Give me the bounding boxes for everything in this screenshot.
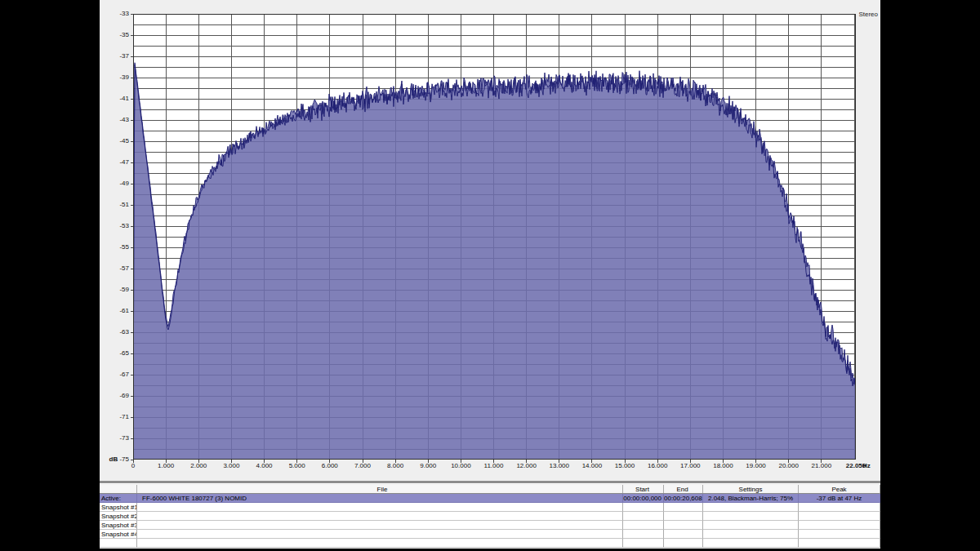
y-tick-label: -35 <box>100 32 129 38</box>
y-tick-label: -53 <box>100 223 129 229</box>
cell-settings <box>703 539 799 548</box>
y-tick-label: -41 <box>100 96 129 102</box>
y-tick-label: -55 <box>100 244 129 251</box>
spectrum-plot-area[interactable] <box>133 14 856 463</box>
y-tick-mark <box>131 438 133 439</box>
column-header-Start: Start <box>623 485 664 493</box>
column-header-label <box>100 485 137 493</box>
spectrum-plot[interactable] <box>133 14 856 463</box>
snapshot-row[interactable] <box>100 539 880 548</box>
cell-end: 00:00:20,608 <box>664 494 703 503</box>
y-tick-label: -71 <box>100 414 129 420</box>
y-tick-mark <box>131 353 133 354</box>
y-tick-mark <box>131 184 133 184</box>
x-axis-unit-label: Hz <box>862 462 871 469</box>
y-tick-label: -63 <box>100 329 129 335</box>
cell-start <box>623 530 664 539</box>
y-tick-label: -51 <box>100 202 129 208</box>
x-tick-label: 13.000 <box>550 462 569 469</box>
column-header-Settings: Settings <box>703 485 799 493</box>
snapshot-row[interactable]: Snapshot #1: <box>100 503 880 512</box>
cell-peak: -37 dB at 47 Hz <box>799 494 880 503</box>
cell-start <box>623 503 664 512</box>
y-tick-label: -45 <box>100 138 129 144</box>
y-tick-mark <box>131 375 133 375</box>
y-tick-mark <box>131 35 133 36</box>
cell-start: 00:00:00,000 <box>623 494 664 503</box>
snapshot-table: FileStartEndSettingsPeakActive:FF-6000 W… <box>100 485 880 548</box>
x-tick-label: 11.000 <box>484 462 504 469</box>
y-tick-label: -47 <box>100 159 129 166</box>
cell-lbl: Snapshot #3: <box>100 521 137 530</box>
y-tick-mark <box>131 332 133 333</box>
x-tick-label: 1.000 <box>158 462 174 469</box>
y-tick-label: -37 <box>100 53 129 60</box>
cell-file <box>137 539 623 548</box>
x-tick-label: 6.000 <box>322 462 338 469</box>
cell-end <box>664 503 703 512</box>
spectrum-analysis-window: -33-35-37-39-41-43-45-47-49-51-53-55-57-… <box>100 0 880 549</box>
y-tick-mark <box>131 417 133 418</box>
y-tick-mark <box>131 460 133 460</box>
x-tick-label: 8.000 <box>387 462 403 469</box>
cell-file: FF-6000 WHITE 180727 (3) NOMID <box>137 494 623 503</box>
y-tick-mark <box>131 141 133 142</box>
y-tick-label: -57 <box>100 265 129 272</box>
y-tick-label: -73 <box>100 435 129 442</box>
y-tick-mark <box>131 205 133 206</box>
cell-end <box>664 539 703 548</box>
cell-file <box>137 521 623 530</box>
y-tick-mark <box>131 162 133 163</box>
x-tick-label: 4.000 <box>256 462 273 469</box>
y-tick-mark <box>131 99 133 100</box>
y-tick-label: -61 <box>100 308 129 314</box>
column-header-End: End <box>664 485 703 493</box>
y-tick-mark <box>131 290 133 291</box>
cell-peak <box>799 521 880 530</box>
x-tick-label: 16.000 <box>648 462 667 469</box>
x-tick-label: 18.000 <box>713 462 733 469</box>
y-tick-label: -49 <box>100 180 129 187</box>
x-tick-label: 3.000 <box>223 462 239 469</box>
y-tick-mark <box>131 269 133 269</box>
y-tick-label: -43 <box>100 117 129 123</box>
snapshot-row[interactable]: Snapshot #3: <box>100 521 880 530</box>
x-tick-label: 9.000 <box>420 462 436 469</box>
cell-lbl: Snapshot #1: <box>100 503 137 512</box>
y-tick-mark <box>131 78 133 78</box>
x-tick-label: 17.000 <box>680 462 700 469</box>
y-tick-mark <box>131 14 133 15</box>
y-tick-label: dB -75 <box>100 456 129 463</box>
active-row[interactable]: Active:FF-6000 WHITE 180727 (3) NOMID00:… <box>100 494 880 503</box>
x-tick-label: 5.000 <box>289 462 305 469</box>
snapshot-row[interactable]: Snapshot #2: <box>100 512 880 521</box>
cell-lbl <box>100 539 137 548</box>
cell-start <box>623 521 664 530</box>
x-tick-label: 15.000 <box>615 462 635 469</box>
cell-peak <box>799 503 880 512</box>
snapshot-row[interactable]: Snapshot #4: <box>100 530 880 539</box>
y-tick-mark <box>131 120 133 121</box>
table-header-row: FileStartEndSettingsPeak <box>100 485 880 494</box>
x-tick-label: 12.000 <box>516 462 536 469</box>
y-tick-mark <box>131 226 133 227</box>
cell-peak <box>799 512 880 521</box>
y-tick-label: -33 <box>100 11 129 17</box>
cell-start <box>623 512 664 521</box>
cell-start <box>623 539 664 548</box>
y-tick-mark <box>131 396 133 397</box>
cell-end <box>664 512 703 521</box>
channel-mode-label: Stereo <box>858 11 878 18</box>
cell-lbl: Snapshot #2: <box>100 512 137 521</box>
y-tick-mark <box>131 311 133 312</box>
cell-end <box>664 521 703 530</box>
cell-peak <box>799 539 880 548</box>
x-tick-label: 10.000 <box>451 462 470 469</box>
y-tick-label: -39 <box>100 74 129 81</box>
screen: -33-35-37-39-41-43-45-47-49-51-53-55-57-… <box>0 0 980 551</box>
y-tick-mark <box>131 247 133 248</box>
x-tick-label: 7.000 <box>354 462 371 469</box>
cell-file <box>137 512 623 521</box>
x-tick-label: 20.000 <box>778 462 798 469</box>
column-header-Peak: Peak <box>799 485 880 493</box>
